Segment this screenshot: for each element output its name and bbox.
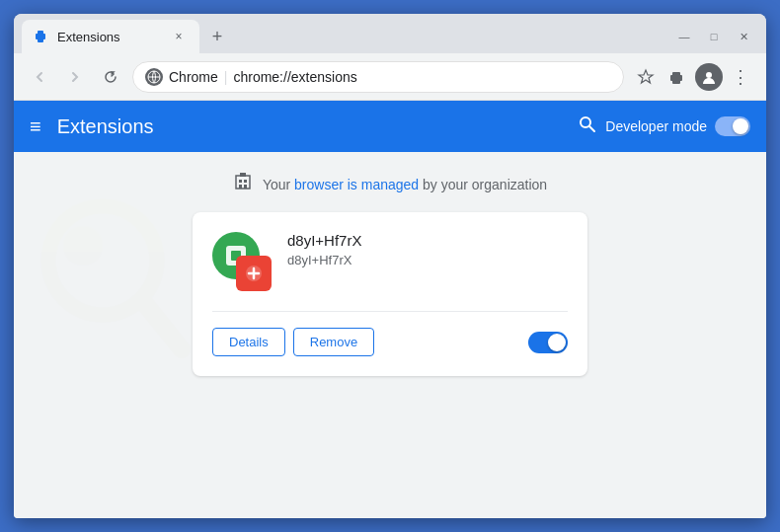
extensions-button[interactable]: [663, 63, 691, 91]
svg-rect-8: [239, 180, 242, 183]
extension-card-top: d8yI+Hf7rX d8yI+Hf7rX: [212, 232, 568, 291]
svg-line-3: [589, 126, 594, 131]
site-icon: [145, 68, 163, 86]
extension-icon-stack: [212, 232, 272, 291]
tab-favicon: [34, 29, 49, 44]
extension-toggle-knob: [548, 334, 566, 351]
extension-card: d8yI+Hf7rX d8yI+Hf7rX Details Remove: [193, 212, 587, 376]
extension-info: d8yI+Hf7rX d8yI+Hf7rX: [287, 232, 568, 267]
managed-notice: Your browser is managed by your organiza…: [233, 172, 547, 196]
svg-rect-10: [239, 185, 242, 189]
search-icon[interactable]: [578, 114, 597, 139]
watermark-icon: [34, 182, 192, 383]
close-button[interactable]: ✕: [729, 26, 758, 47]
omnibox-url: chrome://extensions: [233, 69, 356, 85]
tab-title: Extensions: [57, 30, 162, 44]
managed-text-before: Your: [263, 177, 290, 192]
extension-id: d8yI+Hf7rX: [287, 253, 568, 267]
extensions-header: ≡ Extensions Developer mode: [14, 101, 766, 152]
menu-button[interactable]: ⋮: [727, 63, 754, 91]
window-controls: — □ ✕: [669, 26, 758, 47]
minimize-button[interactable]: —: [669, 26, 699, 47]
address-icons: ⋮: [632, 63, 754, 91]
magnifier-icon: [34, 182, 192, 379]
svg-rect-12: [240, 173, 246, 177]
extension-sub-icon: [236, 256, 272, 291]
back-button[interactable]: [26, 63, 53, 91]
forward-icon: [67, 69, 83, 85]
refresh-button[interactable]: [97, 63, 124, 91]
address-bar: Chrome | chrome://extensions ⋮: [14, 53, 766, 101]
back-icon: [32, 69, 47, 85]
maximize-button[interactable]: □: [699, 26, 729, 47]
globe-icon: [147, 70, 161, 84]
extension-card-bottom: Details Remove: [212, 311, 568, 356]
developer-mode-label: Developer mode: [605, 118, 707, 134]
ext-sub-svg: [243, 263, 265, 284]
browser-window: Extensions × + — □ ✕ Chrome: [14, 14, 766, 518]
svg-rect-11: [244, 185, 247, 189]
omnibox[interactable]: Chrome | chrome://extensions: [132, 61, 624, 93]
refresh-icon: [103, 69, 118, 85]
managed-icon: [233, 172, 253, 196]
new-tab-button[interactable]: +: [203, 23, 231, 50]
svg-rect-7: [236, 176, 250, 189]
toggle-knob: [733, 118, 748, 134]
site-name: Chrome: [169, 69, 218, 85]
svg-point-1: [706, 72, 712, 78]
developer-mode-toggle[interactable]: [715, 116, 750, 136]
avatar-icon: [700, 68, 718, 86]
extension-toggle[interactable]: [528, 332, 568, 353]
managed-text: Your browser is managed by your organiza…: [263, 177, 547, 192]
hamburger-menu-icon[interactable]: ≡: [30, 115, 41, 138]
extensions-icon: [668, 68, 686, 86]
tab-close-button[interactable]: ×: [170, 28, 188, 45]
bookmark-button[interactable]: [632, 63, 660, 91]
extension-name: d8yI+Hf7rX: [287, 232, 568, 249]
managed-text-after: by your organization: [423, 177, 547, 192]
tab-bar: Extensions × + — □ ✕: [14, 14, 766, 53]
managed-link[interactable]: browser is managed: [294, 177, 419, 192]
omnibox-separator: |: [224, 69, 228, 85]
active-tab[interactable]: Extensions ×: [22, 20, 199, 53]
star-icon: [637, 68, 655, 86]
forward-button[interactable]: [61, 63, 89, 91]
building-icon: [233, 172, 253, 191]
developer-mode-area: Developer mode: [578, 114, 750, 139]
extensions-page-title: Extensions: [57, 115, 563, 138]
svg-rect-9: [244, 180, 247, 183]
svg-point-6: [63, 226, 103, 266]
extensions-content: risk.com Your: [14, 152, 766, 518]
remove-button[interactable]: Remove: [293, 328, 374, 356]
search-svg: [578, 114, 597, 134]
svg-line-5: [142, 300, 182, 349]
profile-button[interactable]: [695, 63, 723, 91]
details-button[interactable]: Details: [212, 328, 285, 356]
